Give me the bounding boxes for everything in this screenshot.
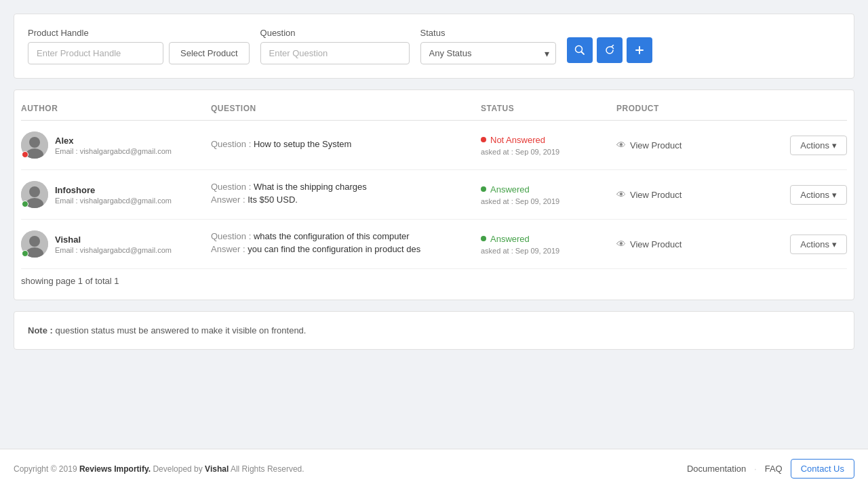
svg-point-5 [29,137,40,148]
actions-label: Actions [800,140,829,150]
col-status: STATUS [481,104,616,113]
status-text: Answered [490,184,530,195]
author-cell: Alex Email : vishalgargabcd@gmail.com [21,131,211,159]
question-text: Question : whats the configuration of th… [211,231,470,241]
dropdown-arrow: ▾ [832,140,837,150]
avatar [21,131,48,159]
dropdown-arrow: ▾ [832,239,837,249]
reset-icon [604,45,615,56]
author-cell: Infoshore Email : vishalgargabcd@gmail.c… [21,181,211,208]
note-label: Note : [28,325,53,336]
view-product-link[interactable]: View Product [630,140,682,150]
svg-point-8 [29,186,40,197]
svg-point-11 [29,236,40,247]
status-select[interactable]: Any Status Answered Not Answered [420,42,556,64]
app-name-link[interactable]: Reviews Importify. [79,464,151,474]
developer-link[interactable]: Vishal [205,464,229,474]
status-badge: Not Answered [481,135,616,145]
question-input[interactable] [260,42,410,64]
copyright-text: Copyright © 2019 [14,464,79,474]
table-row: Vishal Email : vishalgargabcd@gmail.com … [21,220,847,269]
product-handle-label: Product Handle [28,28,250,38]
author-email: Email : vishalgargabcd@gmail.com [55,147,172,155]
footer-links: Documentation · FAQ Contact Us [687,459,854,479]
actions-button[interactable]: Actions ▾ [790,136,847,155]
asked-at: asked at : Sep 09, 2019 [481,247,616,255]
status-cell: Not Answered asked at : Sep 09, 2019 [481,135,616,156]
author-name: Vishal [55,235,172,245]
question-cell: Question : whats the configuration of th… [211,231,481,257]
online-status-dot [22,250,28,257]
eye-icon: 👁 [616,239,626,249]
note-text: question status must be answered to make… [55,325,306,336]
view-product-link[interactable]: View Product [630,239,682,249]
author-name: Alex [55,136,172,146]
answer-text: Answer : Its $50 USD. [211,195,470,205]
status-text: Answered [490,234,530,244]
col-product: PRODUCT [616,104,738,113]
question-text: Question : How to setup the System [211,139,470,149]
status-dot [481,236,486,241]
status-cell: Answered asked at : Sep 09, 2019 [481,184,616,205]
status-badge: Answered [481,234,616,244]
dropdown-arrow: ▾ [832,190,837,200]
col-author: AUTHOR [21,104,211,113]
table-row: Infoshore Email : vishalgargabcd@gmail.c… [21,170,847,220]
question-cell: Question : What is the shipping charges … [211,182,481,207]
author-cell: Vishal Email : vishalgargabcd@gmail.com [21,230,211,258]
actions-label: Actions [800,190,829,200]
footer-divider: · [754,464,756,474]
table-row: Alex Email : vishalgargabcd@gmail.com Qu… [21,121,847,170]
col-question: QUESTION [211,104,481,113]
author-name: Infoshore [55,185,172,195]
rights-text: All Rights Reserved. [231,464,304,474]
answer-text: Answer : you can find the configuration … [211,244,470,254]
view-product-cell[interactable]: 👁 View Product [616,239,738,249]
eye-icon: 👁 [616,140,626,150]
status-dot [481,186,486,192]
actions-cell: Actions ▾ [738,235,847,254]
svg-line-1 [581,52,584,55]
table-header: AUTHOR QUESTION STATUS PRODUCT [21,97,847,121]
status-label: Status [420,28,556,38]
col-actions [738,104,847,113]
search-button[interactable] [567,37,593,63]
asked-at: asked at : Sep 09, 2019 [481,197,616,205]
actions-button[interactable]: Actions ▾ [790,235,847,254]
question-cell: Question : How to setup the System [211,139,481,152]
online-status-dot [22,201,28,207]
faq-link[interactable]: FAQ [765,464,783,474]
documentation-link[interactable]: Documentation [687,464,746,474]
asked-at: asked at : Sep 09, 2019 [481,148,616,156]
status-text: Not Answered [490,135,545,145]
question-text: Question : What is the shipping charges [211,182,470,192]
add-icon [634,45,645,56]
product-handle-input[interactable] [28,42,163,64]
actions-label: Actions [800,239,829,249]
status-badge: Answered [481,184,616,195]
footer: Copyright © 2019 Reviews Importify. Deve… [0,449,868,488]
avatar [21,230,48,258]
actions-cell: Actions ▾ [738,136,847,155]
select-product-button[interactable]: Select Product [169,42,250,64]
note-card: Note : question status must be answered … [14,311,854,350]
view-product-cell[interactable]: 👁 View Product [616,140,738,150]
status-dot [481,137,486,142]
add-button[interactable] [627,37,652,63]
avatar [21,181,48,208]
eye-icon: 👁 [616,189,626,200]
developed-by-text: Developed by [153,464,205,474]
pagination-text: showing page 1 of total 1 [21,269,847,286]
online-status-dot [22,151,28,158]
contact-us-button[interactable]: Contact Us [791,459,854,479]
status-cell: Answered asked at : Sep 09, 2019 [481,234,616,255]
view-product-link[interactable]: View Product [630,190,682,200]
author-email: Email : vishalgargabcd@gmail.com [55,246,172,254]
reset-button[interactable] [597,37,623,63]
actions-button[interactable]: Actions ▾ [790,185,847,205]
view-product-cell[interactable]: 👁 View Product [616,189,738,200]
search-icon [574,45,585,56]
question-label: Question [260,28,410,38]
author-email: Email : vishalgargabcd@gmail.com [55,197,172,205]
footer-copyright: Copyright © 2019 Reviews Importify. Deve… [14,464,304,474]
